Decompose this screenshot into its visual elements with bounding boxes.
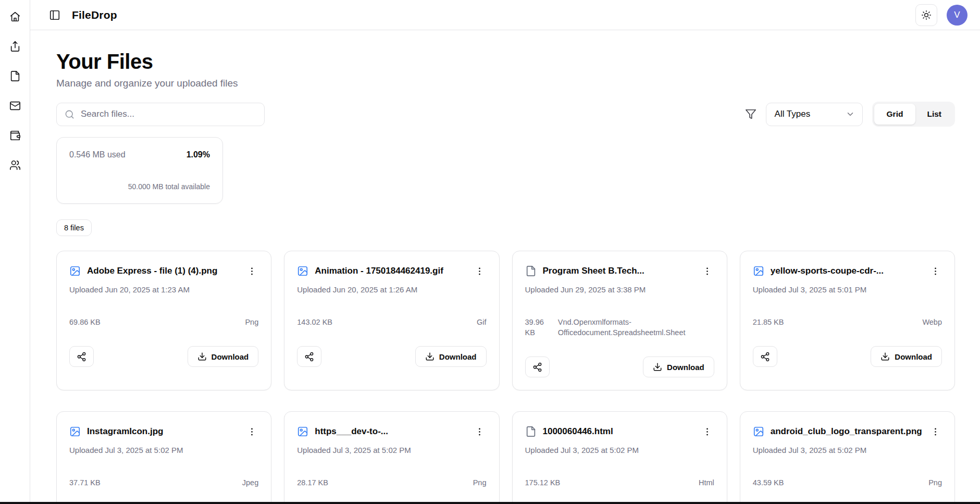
file-format: Webp	[922, 317, 942, 327]
sun-icon	[921, 10, 932, 20]
file-format: Png	[928, 477, 942, 488]
file-name: Program Sheet B.Tech...	[543, 266, 694, 276]
download-button-label: Download	[439, 352, 477, 361]
storage-total-label: 50.000 MB total available	[69, 182, 210, 191]
image-file-icon	[297, 426, 308, 437]
file-format: Gif	[477, 317, 487, 327]
file-size: 175.12 KB	[525, 477, 561, 488]
file-menu-button[interactable]	[928, 425, 942, 438]
search-input[interactable]	[56, 103, 265, 126]
file-size: 39.96 KB	[525, 317, 549, 338]
file-name: Adobe Express - file (1) (4).png	[87, 266, 239, 276]
page-title: Your Files	[56, 50, 955, 73]
file-card: Adobe Express - file (1) (4).png Uploade…	[56, 251, 271, 390]
file-size: 143.02 KB	[297, 317, 332, 327]
file-size: 43.59 KB	[753, 477, 784, 488]
storage-used-label: 0.546 MB used	[69, 150, 126, 159]
file-uploaded-date: Uploaded Jul 3, 2025 at 5:02 PM	[525, 445, 714, 456]
file-card: InstagramIcon.jpg Uploaded Jul 3, 2025 a…	[56, 411, 271, 504]
kebab-menu-icon	[931, 427, 940, 437]
share-button[interactable]	[753, 346, 777, 367]
user-avatar[interactable]: V	[947, 5, 967, 26]
sidebar-item-users[interactable]	[6, 156, 24, 174]
app-title: FileDrop	[72, 9, 117, 21]
image-file-icon	[69, 426, 81, 437]
header: FileDrop V	[30, 0, 980, 30]
file-size: 37.71 KB	[69, 477, 101, 488]
download-button[interactable]: Download	[643, 357, 714, 377]
theme-toggle-button[interactable]	[915, 4, 937, 26]
file-uploaded-date: Uploaded Jul 3, 2025 at 5:02 PM	[753, 445, 942, 456]
file-format: Png	[473, 477, 487, 488]
kebab-menu-icon	[702, 266, 712, 276]
sidebar-item-upload[interactable]	[6, 38, 24, 55]
file-name: https___dev-to-...	[315, 426, 466, 437]
sidebar-item-wallet[interactable]	[6, 127, 24, 144]
file-name: android_club_logo_transparent.png	[771, 426, 922, 437]
file-format: Png	[245, 317, 258, 327]
share-button[interactable]	[69, 346, 94, 367]
files-grid: Adobe Express - file (1) (4).png Uploade…	[56, 251, 955, 504]
window-bottom-edge	[0, 502, 980, 504]
file-format: Jpeg	[242, 477, 258, 488]
file-size: 21.85 KB	[753, 317, 784, 327]
file-menu-button[interactable]	[701, 425, 714, 438]
file-menu-button[interactable]	[245, 425, 258, 438]
file-type-select-value: All Types	[775, 109, 811, 119]
file-uploaded-date: Uploaded Jul 3, 2025 at 5:01 PM	[753, 285, 942, 295]
wallet-icon	[9, 130, 21, 141]
share-icon	[77, 352, 86, 362]
download-button[interactable]: Download	[415, 346, 487, 367]
download-button[interactable]: Download	[188, 346, 259, 367]
file-name: yellow-sports-coupe-cdr-...	[771, 266, 922, 276]
file-menu-button[interactable]	[928, 264, 942, 278]
sidebar-toggle-button[interactable]	[46, 6, 64, 24]
file-menu-button[interactable]	[701, 264, 714, 278]
chevron-down-icon	[846, 109, 855, 119]
file-name: InstagramIcon.jpg	[87, 426, 239, 437]
file-menu-button[interactable]	[245, 264, 258, 278]
file-uploaded-date: Uploaded Jun 20, 2025 at 1:26 AM	[297, 285, 486, 295]
storage-percent: 1.09%	[187, 150, 210, 159]
panel-left-icon	[49, 9, 60, 21]
upload-icon	[9, 41, 21, 52]
file-menu-button[interactable]	[473, 425, 487, 438]
image-file-icon	[753, 265, 764, 277]
sidebar	[0, 0, 30, 504]
view-toggle: Grid List	[872, 102, 955, 127]
image-file-icon	[69, 265, 81, 277]
kebab-menu-icon	[475, 427, 485, 437]
share-icon	[760, 352, 770, 362]
file-uploaded-date: Uploaded Jun 20, 2025 at 1:23 AM	[69, 285, 258, 295]
kebab-menu-icon	[475, 266, 485, 276]
grid-view-button[interactable]: Grid	[874, 104, 916, 125]
main-content: Your Files Manage and organize your uplo…	[30, 30, 980, 504]
list-view-button[interactable]: List	[915, 104, 953, 125]
document-file-icon	[525, 426, 537, 437]
toolbar: All Types Grid List	[56, 102, 955, 127]
files-count-badge: 8 files	[56, 219, 92, 236]
kebab-menu-icon	[931, 266, 940, 276]
share-button[interactable]	[297, 346, 321, 367]
sidebar-item-mail[interactable]	[6, 97, 24, 115]
kebab-menu-icon	[247, 427, 257, 437]
users-icon	[9, 159, 21, 171]
file-card: Program Sheet B.Tech... Uploaded Jun 29,…	[512, 251, 727, 390]
file-type-select[interactable]: All Types	[766, 103, 863, 126]
kebab-menu-icon	[247, 266, 257, 276]
file-uploaded-date: Uploaded Jul 3, 2025 at 5:02 PM	[297, 445, 486, 456]
download-button[interactable]: Download	[871, 346, 942, 367]
app-window: FileDrop V Your Files Manage and organiz…	[0, 0, 980, 504]
sidebar-item-home[interactable]	[6, 8, 24, 26]
share-button[interactable]	[525, 357, 550, 377]
file-card: https___dev-to-... Uploaded Jul 3, 2025 …	[284, 411, 499, 504]
files-icon	[9, 70, 21, 82]
file-card: Animation - 1750184462419.gif Uploaded J…	[284, 251, 499, 390]
file-menu-button[interactable]	[473, 264, 487, 278]
search-field	[56, 103, 265, 126]
download-icon	[197, 352, 207, 361]
sidebar-item-files[interactable]	[6, 67, 24, 85]
image-file-icon	[297, 265, 308, 277]
download-button-label: Download	[212, 352, 249, 361]
home-icon	[9, 11, 21, 22]
